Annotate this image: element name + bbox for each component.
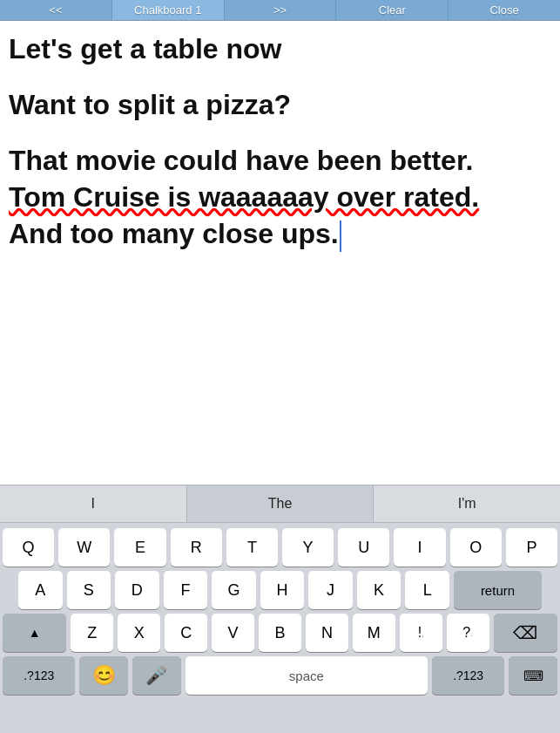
space-key[interactable]: space: [186, 656, 428, 695]
key-o[interactable]: O: [450, 528, 502, 567]
text-line-2: Want to split a pizza?: [9, 87, 551, 122]
toolbar: << Chalkboard 1 >> Clear Close: [0, 0, 560, 21]
key-j[interactable]: J: [308, 571, 353, 609]
key-c[interactable]: C: [165, 614, 207, 652]
keyboard-row-3: ▲ Z X C V B N M !, ?. ⌫: [3, 614, 557, 652]
key-x[interactable]: X: [118, 614, 160, 652]
clear-button[interactable]: Clear: [336, 0, 449, 20]
key-question[interactable]: ?.: [447, 614, 489, 652]
key-i[interactable]: I: [394, 528, 445, 567]
keyboard-row-2: A S D F G H J K L return: [3, 571, 557, 609]
text-area[interactable]: Let's get a table now Want to split a pi…: [0, 21, 560, 485]
key-s[interactable]: S: [67, 571, 111, 609]
chalkboard-tab[interactable]: Chalkboard 1: [112, 0, 225, 20]
shift-key[interactable]: ▲: [3, 614, 66, 652]
autocomplete-right[interactable]: I'm: [374, 485, 560, 522]
text-block-2: Want to split a pizza?: [9, 87, 551, 122]
key-r[interactable]: R: [171, 528, 222, 567]
key-h[interactable]: H: [260, 571, 305, 609]
text-block-3: That movie could have been better. Tom C…: [9, 143, 551, 252]
autocomplete-bar: I The I'm: [0, 485, 560, 523]
key-p[interactable]: P: [506, 528, 557, 567]
key-f[interactable]: F: [164, 571, 208, 609]
key-q[interactable]: Q: [3, 528, 54, 567]
key-d[interactable]: D: [115, 571, 159, 609]
key-u[interactable]: U: [338, 528, 389, 567]
key-m[interactable]: M: [353, 614, 395, 652]
key-n[interactable]: N: [306, 614, 348, 652]
close-button[interactable]: Close: [449, 0, 560, 20]
mic-key[interactable]: 🎤: [132, 656, 181, 695]
text-line-4: Tom Cruise is waaaaaay over rated.: [9, 180, 551, 214]
text-line-5: And too many close ups.: [9, 216, 551, 252]
number-key-right[interactable]: .?123: [432, 656, 504, 695]
text-line-3: That movie could have been better.: [9, 143, 551, 178]
key-a[interactable]: A: [18, 571, 63, 609]
key-k[interactable]: K: [357, 571, 401, 609]
text-cursor: [340, 221, 341, 252]
key-e[interactable]: E: [114, 528, 165, 567]
key-exclaim[interactable]: !,: [400, 614, 442, 652]
backspace-key[interactable]: ⌫: [494, 614, 557, 652]
keyboard-row-4: .?123 😊 🎤 space .?123 ⌨: [3, 656, 557, 695]
key-l[interactable]: L: [405, 571, 449, 609]
key-t[interactable]: T: [226, 528, 278, 567]
key-z[interactable]: Z: [71, 614, 113, 652]
keyboard-row-1: Q W E R T Y U I O P: [3, 528, 557, 567]
autocomplete-left[interactable]: I: [0, 485, 187, 522]
key-return[interactable]: return: [454, 571, 542, 609]
number-key-left[interactable]: .?123: [3, 656, 75, 695]
text-block-1: Let's get a table now: [9, 31, 551, 66]
key-b[interactable]: B: [259, 614, 301, 652]
text-line-1: Let's get a table now: [9, 31, 551, 66]
keyboard-hide-key[interactable]: ⌨: [509, 656, 557, 695]
next-button[interactable]: >>: [225, 0, 337, 20]
key-y[interactable]: Y: [282, 528, 334, 567]
key-g[interactable]: G: [212, 571, 256, 609]
emoji-key[interactable]: 😊: [79, 656, 128, 695]
key-v[interactable]: V: [212, 614, 254, 652]
key-w[interactable]: W: [58, 528, 110, 567]
autocomplete-middle[interactable]: The: [187, 485, 374, 522]
keyboard: Q W E R T Y U I O P A S D F G H J K L re…: [0, 523, 560, 733]
prev-button[interactable]: <<: [0, 0, 112, 20]
